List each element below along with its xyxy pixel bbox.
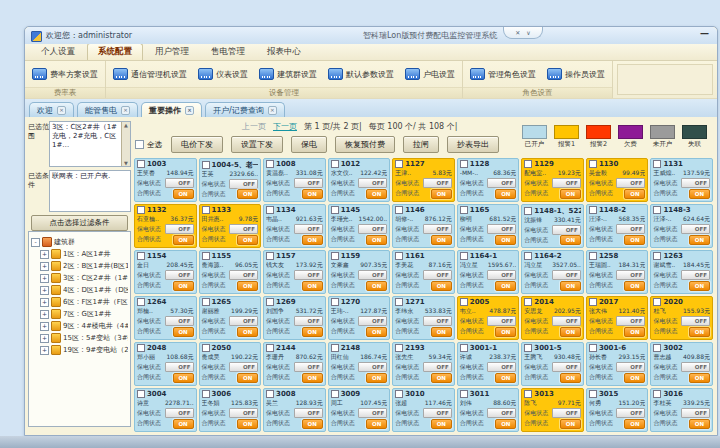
meter-card[interactable]: 2014安思龙202.95元保电状态OFF合闸状态ON [521,296,584,340]
meter-card[interactable]: 3009周工107.45元保电状态OFF合闸状态ON [328,388,391,432]
breaker-on-button[interactable]: ON [431,235,452,245]
card-checkbox[interactable] [266,160,274,168]
card-checkbox[interactable] [589,298,597,306]
tree-item-4[interactable]: +6区：F区1#井（F区1#… [40,297,128,307]
breaker-on-button[interactable]: ON [173,235,194,245]
card-checkbox[interactable] [460,298,468,306]
power-protect-off-button[interactable]: OFF [487,316,516,326]
meter-card[interactable]: 3010张超117.46元保电状态OFF合闸状态ON [392,388,455,432]
breaker-on-button[interactable]: ON [302,189,323,199]
power-protect-off-button[interactable]: OFF [616,270,645,280]
breaker-on-button[interactable]: ON [431,419,452,429]
breaker-on-button[interactable]: ON [366,235,387,245]
breaker-on-button[interactable]: ON [366,189,387,199]
meter-card[interactable]: 3001-5王腾飞930.48元保电状态OFF合闸状态ON [521,342,584,386]
power-protect-off-button[interactable]: OFF [229,408,258,418]
tree-item-6[interactable]: +9区：4#楼电井（4#楼… [40,321,128,331]
doc-tab-1[interactable]: 能管售电× [77,102,138,118]
breaker-on-button[interactable]: ON [689,419,710,429]
breaker-on-button[interactable]: ON [689,327,710,337]
breaker-on-button[interactable]: ON [495,281,516,291]
power-protect-off-button[interactable]: OFF [423,362,452,372]
card-checkbox[interactable] [653,344,661,352]
select-all-checkbox[interactable] [135,140,144,149]
meter-card[interactable]: 1146胡修-..876.12元保电状态OFF合闸状态ON [392,204,455,248]
meter-card[interactable]: 3013陈飞97.71元保电状态OFF合闸状态ON [521,388,584,432]
power-protect-off-button[interactable]: OFF [616,408,645,418]
ribbon-button-1-3[interactable]: 默认参数设置 [328,68,394,80]
card-checkbox[interactable] [266,390,274,398]
card-checkbox[interactable] [589,390,597,398]
breaker-on-button[interactable]: ON [302,327,323,337]
meter-card[interactable]: 1164-2冯立星3527.05..保电状态OFF合闸状态ON [521,250,584,294]
card-checkbox[interactable] [460,344,468,352]
tab-close-icon[interactable]: × [268,106,277,115]
power-protect-off-button[interactable]: OFF [616,178,645,188]
card-checkbox[interactable] [202,206,210,214]
meter-card[interactable]: 1271李纬永533.83元保电状态OFF合闸状态ON [392,296,455,340]
meter-card[interactable]: 1263谢斌雪..184.45元保电状态OFF合闸状态ON [650,250,713,294]
meter-card[interactable]: 1270王玮-..127.87元保电状态OFF合闸状态ON [328,296,391,340]
tree-root[interactable]: -建筑群 [31,237,128,247]
meter-card[interactable]: 3001-1许诚238.37元保电状态OFF合闸状态ON [457,342,520,386]
card-checkbox[interactable] [460,252,468,260]
meter-card[interactable]: 3001-6孙长春293.15元保电状态OFF合闸状态ON [586,342,649,386]
card-checkbox[interactable] [202,390,210,398]
breaker-on-button[interactable]: ON [689,281,710,291]
breaker-on-button[interactable]: ON [495,189,516,199]
expand-icon[interactable]: + [40,310,49,319]
ribbon-button-2-0[interactable]: 管理角色设置 [470,68,536,80]
meter-card[interactable]: 2017张大伟121.40元保电状态OFF合闸状态ON [586,296,649,340]
power-protect-off-button[interactable]: OFF [358,362,387,372]
power-protect-off-button[interactable]: OFF [358,224,387,234]
breaker-on-button[interactable]: ON [560,373,581,383]
power-protect-off-button[interactable]: OFF [294,224,323,234]
card-checkbox[interactable] [331,344,339,352]
tree-item-5[interactable]: +7区：G区1#井 [40,309,128,319]
meter-card[interactable]: 2020桂飞155.93元保电状态OFF合闸状态ON [650,296,713,340]
power-protect-off-button[interactable]: OFF [229,179,258,189]
power-protect-off-button[interactable]: OFF [423,316,452,326]
power-protect-off-button[interactable]: OFF [165,178,194,188]
meter-card[interactable]: 1127王津..5.83元保电状态OFF合闸状态ON [392,158,455,202]
breaker-on-button[interactable]: ON [560,235,581,245]
breaker-on-button[interactable]: ON [624,235,645,245]
card-checkbox[interactable] [137,252,145,260]
breaker-on-button[interactable]: ON [689,373,710,383]
meter-card[interactable]: 2148田红仙186.74元保电状态OFF合闸状态ON [328,342,391,386]
power-protect-off-button[interactable]: OFF [487,178,516,188]
breaker-on-button[interactable]: ON [560,189,581,199]
meter-card[interactable]: 1133田井惠..9.78元保电状态OFF合闸状态ON [199,204,262,248]
power-protect-off-button[interactable]: OFF [681,408,710,418]
meter-card[interactable]: 1157钱大友173.92元保电状态OFF合闸状态ON [263,250,326,294]
power-protect-off-button[interactable]: OFF [423,224,452,234]
meter-card[interactable]: 1161李美花87.16元保电状态OFF合闸状态ON [392,250,455,294]
meter-card[interactable]: 3004诗意2278.71..保电状态OFF合闸状态ON [134,388,197,432]
action-button-3[interactable]: 恢复预付费 [335,136,395,153]
breaker-on-button[interactable]: ON [237,189,258,199]
choose-filter-button[interactable]: 点击选择过滤条件 [31,215,128,231]
card-checkbox[interactable] [395,160,403,168]
ribbon-button-2-1[interactable]: 操作员设置 [547,68,605,80]
selected-range-box[interactable]: 3区：C区2#井（1#充电，2#充电，C区1#… ▲ ▼ [49,121,131,167]
card-checkbox[interactable] [331,390,339,398]
card-checkbox[interactable] [524,207,532,215]
meter-card[interactable]: 1145李瑾光..1542.00..保电状态OFF合闸状态ON [328,204,391,248]
meter-card[interactable]: 1269刘国争531.72元保电状态OFF合闸状态ON [263,296,326,340]
card-checkbox[interactable] [653,252,661,260]
card-checkbox[interactable] [524,390,532,398]
power-protect-off-button[interactable]: OFF [552,316,581,326]
breaker-on-button[interactable]: ON [302,373,323,383]
ribbon-button-1-2[interactable]: 建筑群设置 [259,68,317,80]
doc-tab-0[interactable]: 欢迎× [29,102,74,118]
action-button-2[interactable]: 保电 [291,136,327,153]
meter-card[interactable]: 1258王瑞圆..184.31元保电状态OFF合闸状态ON [586,250,649,294]
power-protect-off-button[interactable]: OFF [616,316,645,326]
card-checkbox[interactable] [395,206,403,214]
card-checkbox[interactable] [460,390,468,398]
power-protect-off-button[interactable]: OFF [681,224,710,234]
power-protect-off-button[interactable]: OFF [681,178,710,188]
meter-card[interactable]: 3016李桂英339.25元保电状态OFF合闸状态ON [650,388,713,432]
meter-card[interactable]: 1159文豪鑫907.35元保电状态OFF合闸状态ON [328,250,391,294]
tab-close-icon[interactable]: × [57,106,66,115]
